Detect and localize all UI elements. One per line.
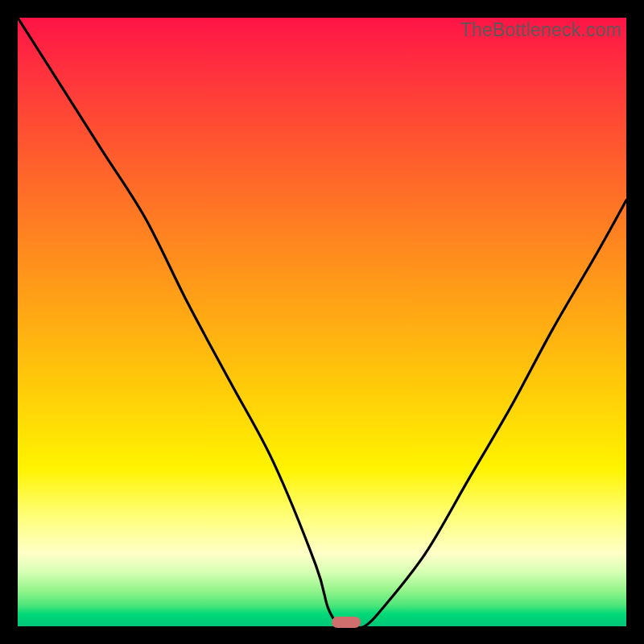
bottleneck-curve <box>18 18 626 626</box>
chart-frame: TheBottleneck.com <box>0 0 644 644</box>
optimal-marker <box>332 617 361 628</box>
plot-area: TheBottleneck.com <box>18 18 626 626</box>
